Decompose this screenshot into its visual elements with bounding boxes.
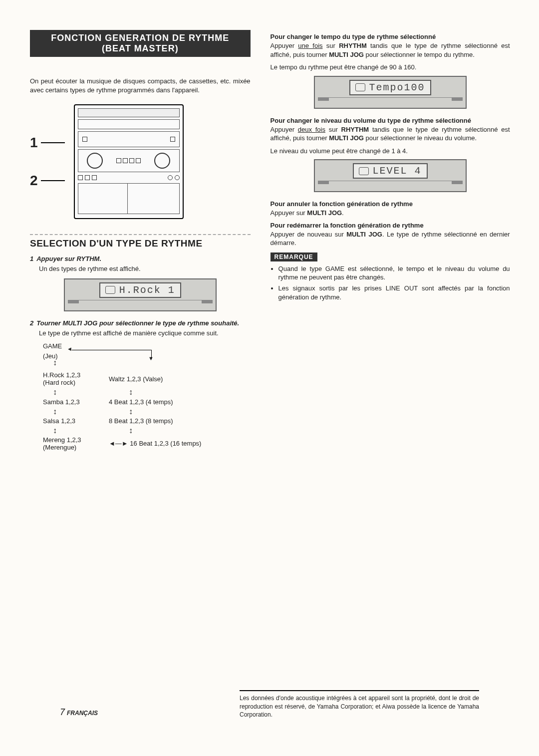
remark-tag: REMARQUE bbox=[270, 252, 317, 261]
disc-icon bbox=[359, 167, 369, 175]
tempo-subhead: Pour changer le tempo du type de rythme … bbox=[270, 33, 510, 40]
step-1: 1 Appuyer sur RYTHM. Un des types de ryt… bbox=[30, 255, 251, 273]
cancel-body: Appuyer sur MULTI JOG. bbox=[270, 209, 510, 218]
step-2-number: 2 bbox=[30, 319, 33, 327]
lcd-text-tempo: Tempo100 bbox=[369, 82, 425, 93]
callout-1: 1 bbox=[30, 135, 38, 151]
remark-item-1: Quand le type GAME est sélectionné, le t… bbox=[278, 264, 510, 282]
step-2-body: Le type de rythme est affiché de manière… bbox=[39, 329, 251, 338]
lcd-text-level: LEVEL 4 bbox=[373, 165, 422, 177]
copyright-footnote: Les données d'onde acoustique intégrées … bbox=[240, 690, 479, 719]
volume-paragraph-1: Appuyer deux fois sur RHYTHM tandis que … bbox=[270, 125, 510, 143]
restart-body: Appuyer de nouveau sur MULTI JOG. Le typ… bbox=[270, 230, 510, 248]
intro-paragraph: On peut écouter la musique de disques co… bbox=[30, 77, 251, 94]
remarks-list: Quand le type GAME est sélectionné, le t… bbox=[278, 264, 510, 301]
stereo-device-drawing bbox=[74, 104, 184, 219]
tempo-paragraph-2: Le tempo du rythme peut être changé de 9… bbox=[270, 63, 510, 72]
section-banner: FONCTION GENERATION DE RYTHME (BEAT MAST… bbox=[30, 30, 251, 57]
step-2: 2 Tourner MULTI JOG pour sélectionner le… bbox=[30, 319, 251, 338]
tempo-paragraph-1: Appuyer une fois sur RHYTHM tandis que l… bbox=[270, 41, 510, 59]
page-number: 7FRANÇAIS bbox=[60, 707, 98, 718]
disc-icon bbox=[355, 83, 365, 91]
rhythm-cycle-diagram: GAME ▼ (Jeu) ↕ H.Rock 1,2,3(Hard rock) W… bbox=[43, 342, 251, 451]
callout-2: 2 bbox=[30, 173, 38, 189]
remark-item-2: Les signaux sortis par les prises LINE O… bbox=[278, 284, 510, 301]
step-1-number: 1 bbox=[30, 255, 33, 262]
step-1-body: Un des types de rythme est affiché. bbox=[39, 264, 251, 273]
stereo-illustration: 1 2 bbox=[30, 104, 251, 219]
lcd-text-hrock: H.Rock 1 bbox=[119, 284, 175, 296]
lcd-display-tempo: Tempo100 bbox=[314, 76, 467, 109]
step-2-title: Tourner MULTI JOG pour sélectionner le t… bbox=[36, 319, 239, 327]
restart-subhead: Pour redémarrer la fonction génération d… bbox=[270, 222, 510, 229]
lcd-display-level: LEVEL 4 bbox=[314, 159, 467, 192]
volume-subhead: Pour changer le niveau du volume du type… bbox=[270, 117, 510, 124]
disc-icon bbox=[105, 286, 115, 294]
lcd-display-hrock: H.Rock 1 bbox=[64, 278, 217, 311]
volume-paragraph-2: Le niveau du volume peut être changé de … bbox=[270, 147, 510, 156]
cancel-subhead: Pour annuler la fonction génération de r… bbox=[270, 200, 510, 208]
step-1-title: Appuyer sur RYTHM. bbox=[36, 255, 101, 262]
section-title: SELECTION D'UN TYPE DE RYTHME bbox=[30, 238, 251, 249]
